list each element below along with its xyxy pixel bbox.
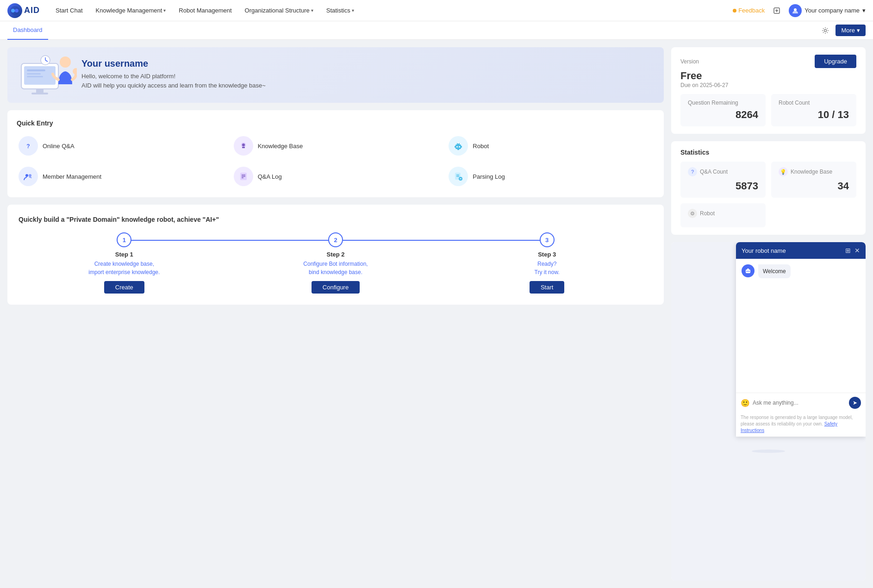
svg-point-24 <box>456 146 458 148</box>
step-1-desc: Create knowledge base, import enterprise… <box>88 260 160 276</box>
chat-widget-area: Your robot name ⊞ ✕ Welcome <box>671 242 866 581</box>
chevron-down-icon: ▾ <box>163 8 166 13</box>
nav-org-structure[interactable]: Organizational Structure▾ <box>240 5 318 16</box>
chat-background: Your robot name ⊞ ✕ Welcome <box>671 242 866 581</box>
svg-point-1 <box>11 9 15 13</box>
feedback-button[interactable]: Feedback <box>733 7 765 14</box>
robot-count-box: Robot Count 10 / 13 <box>771 94 856 126</box>
svg-rect-22 <box>242 147 245 148</box>
quick-item-member-management[interactable]: Member Management <box>17 165 224 188</box>
nav-statistics[interactable]: Statistics▾ <box>322 5 359 16</box>
svg-point-13 <box>60 56 71 68</box>
nav-start-chat[interactable]: Start Chat <box>51 5 87 16</box>
step-1-circle: 1 <box>117 232 131 247</box>
svg-rect-10 <box>27 69 45 71</box>
steps-row: 1 Step 1 Create knowledge base, import e… <box>19 232 653 294</box>
step-1-label: Step 1 <box>115 251 133 258</box>
chat-input-area: 🙂 ➤ <box>736 393 866 413</box>
svg-rect-23 <box>455 144 461 149</box>
steps-card: Quickly build a "Private Domain" knowled… <box>7 205 664 305</box>
version-due: Due on 2025-06-27 <box>680 82 856 88</box>
step-2-circle: 2 <box>328 232 343 247</box>
chat-input[interactable] <box>753 400 846 406</box>
chat-welcome-bubble: Welcome <box>758 264 791 278</box>
logo-text: AID <box>24 6 40 15</box>
welcome-illustration <box>17 52 77 98</box>
upgrade-button[interactable]: Upgrade <box>815 55 856 68</box>
chat-bot-avatar <box>742 264 755 277</box>
robot-stats-header: ⚙ Robot <box>688 209 758 218</box>
nav-right: Feedback Your company name ▾ <box>733 4 866 17</box>
step-2-configure-button[interactable]: Configure <box>312 281 360 294</box>
version-card: Version Upgrade Free Due on 2025-06-27 Q… <box>671 47 866 134</box>
settings-icon[interactable] <box>819 24 832 37</box>
step-3-circle: 3 <box>540 232 555 247</box>
step-1: 1 Step 1 Create knowledge base, import e… <box>19 232 230 294</box>
quick-item-qa-log[interactable]: Q&A Log <box>232 165 440 188</box>
left-panel: Your username Hello, welcome to the AID … <box>7 47 664 581</box>
quick-item-label: Parsing Log <box>473 173 505 180</box>
step-2-label: Step 2 <box>327 251 345 258</box>
quick-item-label: Knowledge Base <box>258 143 303 150</box>
step-2: 2 Step 2 Configure Bot information, bind… <box>230 232 442 294</box>
quick-item-robot[interactable]: Robot <box>447 134 655 157</box>
svg-rect-9 <box>31 93 48 94</box>
chat-resize-button[interactable]: ⊞ <box>845 247 851 254</box>
step-1-create-button[interactable]: Create <box>104 281 144 294</box>
knowledge-base-value: 34 <box>779 180 849 192</box>
statistics-card: Statistics ? Q&A Count 5873 💡 Knowledge … <box>671 141 866 235</box>
feedback-dot-icon <box>733 9 736 13</box>
share-icon[interactable] <box>770 4 783 17</box>
svg-point-51 <box>748 271 749 272</box>
version-stats-row: Question Remaining 8264 Robot Count 10 /… <box>680 94 856 126</box>
quick-item-knowledge-base[interactable]: Knowledge Base <box>232 134 440 157</box>
svg-point-31 <box>25 174 28 177</box>
tab-dashboard[interactable]: Dashboard <box>7 21 48 40</box>
qa-count-value: 5873 <box>688 180 758 192</box>
step-3-label: Step 3 <box>538 251 556 258</box>
svg-rect-49 <box>746 269 750 273</box>
svg-rect-7 <box>24 66 56 85</box>
more-button[interactable]: More ▾ <box>836 25 866 36</box>
nav-menu: Start Chat Knowledge Management▾ Robot M… <box>51 5 733 16</box>
emoji-icon[interactable]: 🙂 <box>741 399 750 407</box>
svg-rect-8 <box>36 89 44 93</box>
svg-point-2 <box>15 9 19 13</box>
main-layout: Your username Hello, welcome to the AID … <box>0 40 873 588</box>
step-3-start-button[interactable]: Start <box>530 281 564 294</box>
qa-count-header: ? Q&A Count <box>688 167 758 176</box>
svg-point-50 <box>747 271 748 272</box>
welcome-card: Your username Hello, welcome to the AID … <box>7 47 664 103</box>
chat-messages: Welcome <box>736 259 866 393</box>
robot-stats-icon: ⚙ <box>688 209 697 218</box>
chevron-down-icon: ▾ <box>352 8 354 13</box>
qa-log-icon <box>234 167 253 186</box>
version-label: Version <box>680 58 699 65</box>
logo[interactable]: AID <box>7 3 40 18</box>
chat-close-button[interactable]: ✕ <box>854 247 860 254</box>
svg-text:?: ? <box>26 143 30 150</box>
question-remaining-value: 8264 <box>688 109 758 121</box>
question-remaining-box: Question Remaining 8264 <box>680 94 766 126</box>
svg-rect-26 <box>457 149 459 150</box>
chat-send-button[interactable]: ➤ <box>849 397 861 409</box>
quick-item-parsing-log[interactable]: Parsing Log <box>447 165 655 188</box>
quick-entry-card: Quick Entry ? Online Q&A Knowledge Base <box>7 110 664 197</box>
robot-icon <box>449 136 468 156</box>
svg-point-25 <box>459 146 460 148</box>
robot-count-value: 10 / 13 <box>779 109 849 121</box>
quick-item-online-qa[interactable]: ? Online Q&A <box>17 134 224 157</box>
quick-item-label: Robot <box>473 143 489 150</box>
question-icon: ? <box>688 167 697 176</box>
chat-message: Welcome <box>742 264 860 278</box>
nav-knowledge-management[interactable]: Knowledge Management▾ <box>91 5 171 16</box>
quick-item-label: Member Management <box>43 173 101 180</box>
nav-robot-management[interactable]: Robot Management <box>174 5 236 16</box>
user-menu-button[interactable]: Your company name ▾ <box>789 4 866 17</box>
svg-point-14 <box>73 68 77 75</box>
svg-rect-28 <box>461 146 462 148</box>
quick-item-label: Online Q&A <box>43 143 75 150</box>
welcome-title: Your username <box>81 58 653 69</box>
welcome-line2: AID will help you quickly access and lea… <box>81 81 653 90</box>
steps-title: Quickly build a "Private Domain" knowled… <box>19 216 653 223</box>
